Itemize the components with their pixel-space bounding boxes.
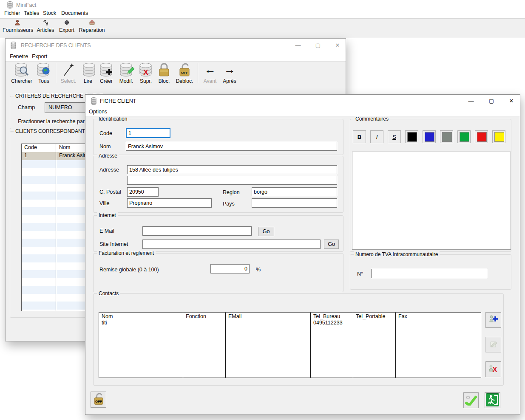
contacts-column-header[interactable]: Tel_Portable	[353, 313, 395, 320]
comment-textarea[interactable]	[352, 152, 511, 250]
color-button-red[interactable]	[475, 130, 488, 143]
database-icon	[11, 42, 16, 51]
green-check-icon	[465, 394, 477, 407]
toolbar-button-lire[interactable]: Lire	[80, 62, 96, 84]
italic-button[interactable]: I	[370, 130, 383, 143]
cpostal-input[interactable]	[127, 187, 159, 197]
menu-export[interactable]: Export	[32, 54, 47, 59]
color-button-blue[interactable]	[423, 130, 436, 143]
arrow-left-icon: ←	[201, 62, 219, 78]
adresse2-input[interactable]	[127, 176, 337, 185]
email-input[interactable]	[142, 226, 252, 236]
padlock-open-off-icon: OFF	[92, 392, 105, 407]
ville-input[interactable]	[127, 198, 212, 208]
edit-contact-button[interactable]	[485, 337, 501, 352]
bold-button[interactable]: B	[353, 130, 366, 143]
contacts-column-header[interactable]: Nom	[99, 313, 183, 320]
toolbar-separator	[198, 63, 198, 83]
database-delete-icon: X	[137, 62, 154, 78]
search-window-title: RECHERCHE DES CLIENTS	[21, 42, 91, 48]
fournisseurs-button[interactable]: Fournisseurs	[3, 20, 32, 33]
close-button[interactable]: ✕	[330, 40, 345, 51]
toolbar-button-debloc[interactable]: OFF Debloc.	[174, 62, 195, 84]
minimize-button[interactable]: —	[291, 40, 305, 51]
color-button-gray[interactable]	[440, 130, 453, 143]
apres-label: Après	[221, 78, 238, 84]
articles-button[interactable]: Articles	[36, 20, 55, 33]
results-column-code[interactable]: Code	[24, 144, 37, 150]
color-button-black[interactable]	[405, 130, 418, 143]
underline-button[interactable]: S	[388, 130, 401, 143]
tva-input[interactable]	[371, 269, 487, 278]
avant-label: Avant	[201, 78, 219, 84]
contacts-cell[interactable]: titi	[99, 320, 183, 326]
articles-label: Articles	[37, 27, 54, 33]
maximize-button[interactable]: ▢	[484, 96, 499, 106]
toolbar-button-apres[interactable]: → Après	[221, 62, 238, 84]
contacts-column-header[interactable]: EMail	[226, 313, 310, 320]
minimize-button[interactable]: —	[464, 96, 478, 106]
results-column-nom[interactable]: Nom	[59, 144, 70, 150]
delete-person-icon: X	[488, 363, 499, 375]
adresse-group-title: Adresse	[97, 153, 119, 159]
lire-label: Lire	[80, 78, 96, 84]
edit-page-icon	[488, 338, 499, 351]
maximize-button[interactable]: ▢	[311, 40, 325, 51]
database-icon	[7, 1, 13, 10]
menu-tables[interactable]: Tables	[24, 10, 39, 16]
site-go-button[interactable]: Go	[324, 240, 339, 249]
exit-button[interactable]	[485, 392, 500, 408]
menu-fenetre[interactable]: Fenetre	[10, 54, 28, 59]
client-window-title: FICHE CLIENT	[100, 98, 136, 104]
commentaires-group-title: Commentaires	[354, 116, 390, 122]
remise-input[interactable]	[210, 264, 250, 273]
contacts-column-header[interactable]: Fonction	[183, 313, 225, 320]
site-input[interactable]	[142, 240, 321, 249]
delete-contact-button[interactable]: X	[485, 361, 501, 377]
svg-text:OFF: OFF	[95, 399, 102, 403]
email-go-button[interactable]: Go	[258, 227, 274, 236]
red-swatch-icon	[477, 132, 487, 142]
menu-options[interactable]: Options	[89, 109, 107, 115]
adresse-label: Adresse	[99, 167, 119, 173]
region-input[interactable]	[252, 187, 337, 196]
contacts-column-header[interactable]: Fax	[396, 313, 481, 320]
contacts-cell[interactable]: 0495112233	[311, 320, 353, 326]
toolbar-button-chercher[interactable]: Chercher	[11, 62, 33, 84]
export-button[interactable]: Export	[58, 20, 76, 33]
close-button[interactable]: ✕	[504, 96, 519, 106]
commentaires-groupbox: Commentaires B I S	[350, 119, 511, 252]
reparation-button[interactable]: Reparation	[79, 20, 105, 33]
toolbar-button-supr[interactable]: X Supr.	[137, 62, 154, 84]
tva-n-label: N°	[357, 271, 363, 277]
client-titlebar[interactable]: FICHE CLIENT — ▢ ✕	[85, 95, 520, 107]
champ-label: Champ	[18, 104, 35, 110]
validate-button[interactable]	[463, 392, 479, 408]
code-input[interactable]	[126, 128, 170, 138]
contacts-column-header[interactable]: Tel_Bureau	[311, 313, 353, 320]
facturation-group-title: Facturation et reglement	[97, 250, 156, 256]
color-button-yellow[interactable]	[492, 130, 505, 143]
toolbar-button-creer[interactable]: Créer	[97, 62, 115, 84]
unlock-toggle-button[interactable]: OFF	[91, 392, 106, 408]
toolbar-button-modif[interactable]: Modif.	[117, 62, 136, 84]
menu-fichier[interactable]: Fichier	[4, 10, 20, 16]
search-titlebar[interactable]: RECHERCHE DES CLIENTS — ▢ ✕	[6, 39, 346, 52]
debloc-label: Debloc.	[174, 78, 195, 84]
pays-input[interactable]	[252, 198, 337, 208]
cpostal-label: C. Postal	[99, 189, 121, 195]
color-button-green[interactable]	[457, 130, 471, 143]
toolbar-button-avant[interactable]: ← Avant	[201, 62, 219, 84]
adresse-input[interactable]	[127, 165, 337, 174]
add-contact-button[interactable]	[485, 312, 501, 328]
nom-input[interactable]	[126, 142, 337, 151]
toolbar-button-bloc[interactable]: Bloc.	[156, 62, 172, 84]
toolbar-button-tous[interactable]: Tous	[35, 62, 52, 84]
tva-group-title: Numero de TVA Intracommunautaire	[354, 251, 440, 257]
nom-label: Nom	[99, 144, 111, 149]
menu-stock[interactable]: Stock	[43, 10, 56, 16]
database-plus-icon	[97, 62, 115, 78]
menu-documents[interactable]: Documents	[61, 10, 88, 16]
toolbar-button-select[interactable]: Select.	[59, 62, 78, 84]
tva-groupbox: Numero de TVA Intracommunautaire N°	[350, 254, 511, 290]
